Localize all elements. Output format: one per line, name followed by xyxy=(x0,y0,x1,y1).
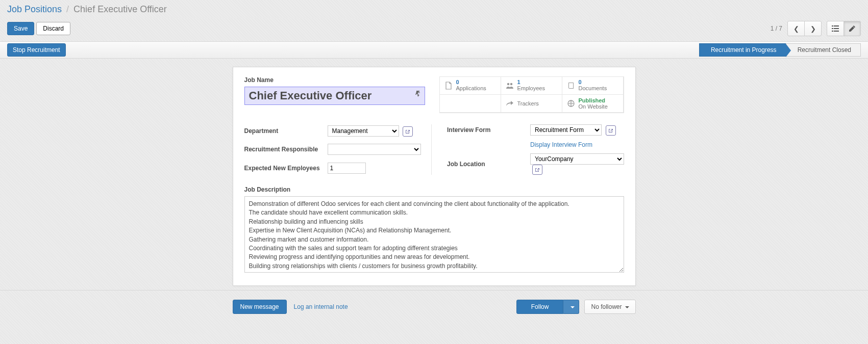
interview-form-label: Interview Form xyxy=(447,126,526,134)
display-interview-link[interactable]: Display Interview Form xyxy=(530,141,592,148)
stat-documents[interactable]: 0Documents xyxy=(562,76,624,95)
location-external-link[interactable] xyxy=(532,165,542,175)
interview-form-select[interactable]: Recruitment Form xyxy=(530,124,602,136)
caret-down-icon xyxy=(625,306,629,308)
discard-button[interactable]: Discard xyxy=(36,22,70,35)
edit-icon xyxy=(849,25,856,32)
location-label: Job Location xyxy=(447,161,526,168)
svg-point-6 xyxy=(507,83,509,85)
followers-button[interactable]: No follower xyxy=(584,300,635,314)
chevron-left-icon: ❮ xyxy=(793,25,799,33)
job-name-input[interactable] xyxy=(244,87,425,105)
svg-rect-1 xyxy=(834,25,839,27)
expected-label: Expected New Employees xyxy=(244,165,324,172)
stat-applications[interactable]: 0Applications xyxy=(439,76,501,95)
svg-rect-5 xyxy=(834,31,839,32)
log-note-link[interactable]: Log an internal note xyxy=(294,303,348,310)
external-link-icon xyxy=(608,128,613,133)
svg-rect-4 xyxy=(832,31,833,32)
stat-buttons: 0Applications 1Employees 0Documents Trac… xyxy=(439,76,624,113)
save-button[interactable]: Save xyxy=(7,22,34,35)
breadcrumb: Job Positions / Chief Executive Officer xyxy=(7,4,167,15)
stat-trackers[interactable]: Trackers xyxy=(501,94,562,113)
breadcrumb-current: Chief Executive Officer xyxy=(73,4,167,14)
view-list-button[interactable] xyxy=(827,21,844,36)
chevron-right-icon: ❯ xyxy=(810,25,816,33)
share-icon xyxy=(505,100,514,107)
globe-icon xyxy=(566,100,576,107)
users-icon xyxy=(505,82,514,89)
stop-recruitment-button[interactable]: Stop Recruitment xyxy=(7,43,66,57)
caret-down-icon xyxy=(571,306,575,308)
description-textarea[interactable] xyxy=(244,196,624,273)
svg-rect-3 xyxy=(834,28,839,29)
department-select[interactable]: Management xyxy=(328,125,399,137)
pager: 1 / 7 xyxy=(771,25,782,32)
interview-form-external-link[interactable] xyxy=(606,125,616,136)
svg-rect-0 xyxy=(832,25,833,27)
new-message-button[interactable]: New message xyxy=(233,300,287,314)
follow-dropdown[interactable] xyxy=(563,300,579,314)
list-icon xyxy=(832,25,839,32)
responsible-select[interactable] xyxy=(328,144,421,155)
description-label: Job Description xyxy=(244,186,624,193)
pager-prev-button[interactable]: ❮ xyxy=(787,21,805,36)
stat-employees[interactable]: 1Employees xyxy=(501,76,562,95)
stage-closed[interactable]: Recruitment Closed xyxy=(786,43,861,57)
job-name-label: Job Name xyxy=(244,76,425,84)
view-form-button[interactable] xyxy=(844,21,861,36)
svg-point-7 xyxy=(510,83,512,85)
stat-published[interactable]: PublishedOn Website xyxy=(562,94,624,113)
pager-next-button[interactable]: ❯ xyxy=(804,21,822,36)
responsible-label: Recruitment Responsible xyxy=(244,146,324,153)
expected-employees-input[interactable] xyxy=(328,163,366,174)
stage-in-progress[interactable]: Recruitment in Progress xyxy=(699,43,786,57)
translate-icon[interactable] xyxy=(415,90,422,97)
external-link-icon xyxy=(405,129,410,134)
file-icon xyxy=(444,82,453,90)
svg-rect-2 xyxy=(832,28,833,29)
book-icon xyxy=(566,82,576,89)
location-select[interactable]: YourCompany xyxy=(530,153,624,165)
follow-button[interactable]: Follow xyxy=(516,300,564,314)
department-label: Department xyxy=(244,127,324,135)
stat-empty xyxy=(439,94,501,113)
external-link-icon xyxy=(535,167,540,172)
breadcrumb-root[interactable]: Job Positions xyxy=(7,4,62,14)
department-external-link[interactable] xyxy=(403,126,413,137)
